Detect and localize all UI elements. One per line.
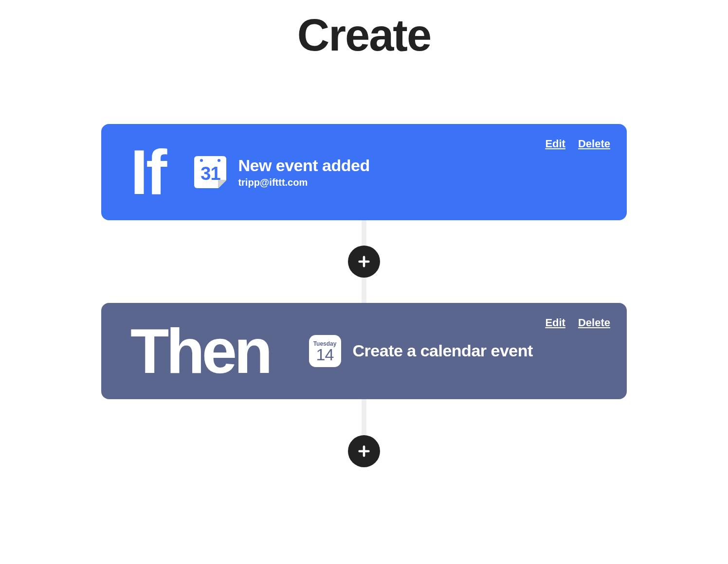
if-delete-button[interactable]: Delete [578, 138, 610, 150]
then-delete-button[interactable]: Delete [578, 317, 610, 329]
then-prefix: Then [130, 323, 270, 380]
if-edit-button[interactable]: Edit [545, 138, 565, 150]
then-title: Create a calendar event [353, 341, 533, 360]
if-prefix: If [130, 144, 165, 201]
connector [362, 220, 366, 303]
add-step-button[interactable] [348, 435, 380, 467]
google-calendar-icon: 31 [194, 156, 226, 188]
calendar-icon-number: 31 [200, 163, 220, 184]
page-title: Create [65, 10, 663, 61]
then-edit-button[interactable]: Edit [545, 317, 565, 329]
if-card[interactable]: If 31 New event added tripp@ifttt.com Ed… [101, 124, 627, 220]
plus-icon [357, 444, 371, 458]
then-card[interactable]: Then Tuesday 14 Create a calendar event … [101, 303, 627, 399]
applet-flow: If 31 New event added tripp@ifttt.com Ed… [65, 124, 663, 467]
connector [362, 399, 366, 467]
if-subtitle: tripp@ifttt.com [238, 177, 369, 188]
ios-calendar-icon: Tuesday 14 [309, 335, 341, 367]
plus-icon [357, 255, 371, 268]
calendar-icon-number: 14 [316, 345, 334, 364]
if-title: New event added [238, 156, 369, 175]
add-step-button[interactable] [348, 246, 380, 278]
